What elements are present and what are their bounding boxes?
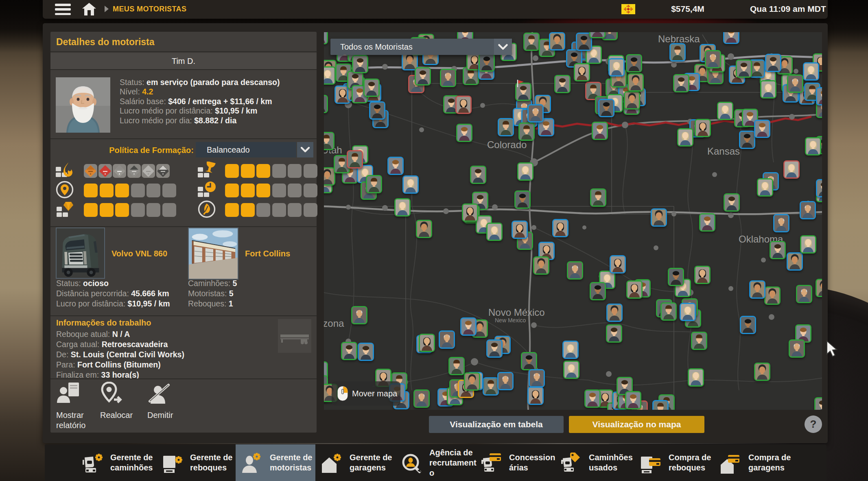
toolbar-item-recruitment-agency[interactable]: Agência de recrutamento <box>395 444 475 481</box>
driver-marker[interactable] <box>521 352 537 370</box>
driver-marker[interactable] <box>440 69 456 87</box>
map-view-button[interactable]: Visualização no mapa <box>569 416 704 433</box>
driver-marker[interactable] <box>448 357 465 375</box>
driver-marker[interactable] <box>787 252 803 271</box>
driver-marker[interactable] <box>462 203 478 222</box>
garage-photo[interactable] <box>188 227 238 280</box>
show-report-button[interactable]: Mostrar relatório <box>56 382 104 431</box>
relocate-button[interactable]: Realocar <box>100 382 133 420</box>
driver-marker[interactable] <box>677 128 693 146</box>
driver-marker[interactable] <box>479 53 495 72</box>
driver-marker[interactable] <box>717 102 733 120</box>
driver-marker[interactable] <box>783 160 800 179</box>
driver-marker[interactable] <box>688 368 704 387</box>
driver-marker[interactable] <box>669 43 686 61</box>
driver-marker[interactable] <box>341 342 357 360</box>
driver-marker[interactable] <box>470 166 486 184</box>
driver-marker[interactable] <box>523 33 540 51</box>
driver-marker[interactable] <box>796 285 812 303</box>
driver-marker[interactable] <box>668 268 684 286</box>
money-balance[interactable]: $575,4M <box>653 4 722 14</box>
driver-marker[interactable] <box>324 132 335 150</box>
driver-marker[interactable] <box>554 75 571 93</box>
driver-marker[interactable] <box>512 221 528 239</box>
driver-marker[interactable] <box>419 334 435 352</box>
driver-marker[interactable] <box>691 332 707 350</box>
driver-marker[interactable] <box>800 201 816 219</box>
driver-marker[interactable] <box>626 280 643 299</box>
driver-marker[interactable] <box>803 62 819 81</box>
driver-marker[interactable] <box>527 387 544 405</box>
driver-marker[interactable] <box>366 175 382 193</box>
driver-marker[interactable] <box>770 241 786 259</box>
driver-marker[interactable] <box>402 175 419 194</box>
driver-marker[interactable] <box>456 124 472 142</box>
driver-marker[interactable] <box>606 324 622 343</box>
driver-marker[interactable] <box>413 389 430 408</box>
driver-marker[interactable] <box>598 99 614 117</box>
driver-marker[interactable] <box>723 32 739 44</box>
driver-marker[interactable] <box>773 214 789 232</box>
toolbar-item-driver-manager[interactable]: Gerente de motoristas <box>236 444 315 481</box>
driver-marker[interactable] <box>590 282 606 300</box>
menu-icon[interactable] <box>55 4 71 15</box>
driver-marker[interactable] <box>517 162 533 181</box>
driver-marker[interactable] <box>552 219 568 237</box>
toolbar-item-garage-manager[interactable]: Gerente de garagens <box>315 444 395 481</box>
driver-marker[interactable] <box>460 317 477 336</box>
driver-marker[interactable] <box>563 361 579 379</box>
driver-marker[interactable] <box>324 32 328 44</box>
driver-marker[interactable] <box>358 343 374 361</box>
driver-marker[interactable] <box>760 80 776 98</box>
driver-marker[interactable] <box>567 261 583 280</box>
driver-marker[interactable] <box>625 391 641 409</box>
toolbar-item-trailer-purchase[interactable]: Compra de reboques <box>634 444 714 481</box>
driver-marker[interactable] <box>606 304 623 322</box>
driver-filter-select[interactable]: Todos os Motoristas <box>330 39 512 55</box>
driver-marker[interactable] <box>518 122 535 141</box>
toolbar-item-trailer-manager[interactable]: Gerente de reboques <box>156 444 236 481</box>
driver-marker[interactable] <box>592 122 608 140</box>
driver-marker[interactable] <box>533 256 549 275</box>
driver-marker[interactable] <box>527 104 544 122</box>
driver-marker[interactable] <box>351 306 367 324</box>
driver-marker[interactable] <box>584 389 601 408</box>
driver-marker[interactable] <box>805 137 821 155</box>
driver-marker[interactable] <box>439 330 455 349</box>
driver-marker[interactable] <box>486 223 503 241</box>
driver-marker[interactable] <box>626 54 642 72</box>
driver-marker[interactable] <box>754 363 770 381</box>
driver-marker[interactable] <box>416 220 432 238</box>
help-button[interactable]: ? <box>805 415 822 433</box>
driver-marker[interactable] <box>660 302 677 321</box>
driver-marker[interactable] <box>739 131 755 149</box>
table-view-button[interactable]: Visualização em tabela <box>429 416 564 433</box>
drivers-map[interactable]: UtahNebraskaColoradoKansasOklahomaNovo M… <box>324 32 822 410</box>
driver-marker[interactable] <box>764 286 781 305</box>
driver-marker[interactable] <box>515 83 531 101</box>
driver-marker[interactable] <box>624 91 640 109</box>
dismiss-button[interactable]: Demitir <box>147 382 173 420</box>
driver-marker[interactable] <box>673 74 689 92</box>
driver-marker[interactable] <box>724 193 740 212</box>
driver-marker[interactable] <box>486 339 503 358</box>
driver-marker[interactable] <box>651 208 667 227</box>
driver-marker[interactable] <box>394 198 411 216</box>
driver-marker[interactable] <box>589 32 606 38</box>
truck-name[interactable]: Volvo VNL 860 <box>112 249 167 258</box>
garage-name[interactable]: Fort Collins <box>245 249 290 258</box>
driver-marker[interactable] <box>498 118 514 136</box>
driver-marker[interactable] <box>608 58 625 77</box>
driver-marker[interactable] <box>754 120 770 138</box>
toolbar-item-truck-manager[interactable]: Gerente de caminhões <box>76 444 156 481</box>
driver-marker[interactable] <box>800 235 816 254</box>
driver-marker[interactable] <box>814 397 822 410</box>
driver-marker[interactable] <box>610 255 626 273</box>
driver-marker[interactable] <box>590 188 606 207</box>
driver-marker[interactable] <box>562 341 579 359</box>
driver-marker[interactable] <box>347 150 363 168</box>
driver-marker[interactable] <box>497 372 514 390</box>
driver-marker[interactable] <box>757 178 773 197</box>
truck-photo[interactable] <box>56 227 105 279</box>
driver-marker[interactable] <box>529 369 545 387</box>
